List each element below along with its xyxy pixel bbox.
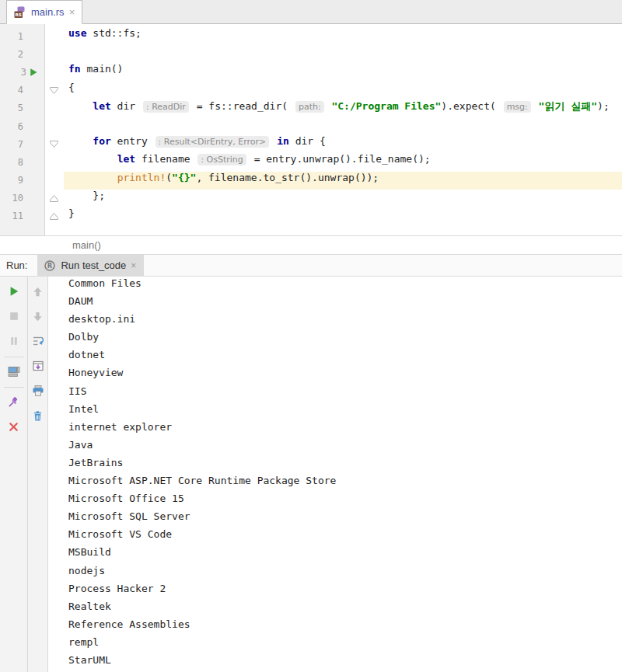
soft-wrap-button[interactable] — [29, 332, 47, 350]
run-panel-title: Run: — [0, 255, 27, 276]
console-line: Dolby — [68, 331, 622, 349]
code-line: 2 — [0, 45, 622, 63]
scroll-to-end-button[interactable] — [29, 357, 47, 375]
fold-marker-icon[interactable] — [44, 207, 64, 225]
line-number: 8 — [0, 153, 44, 171]
code-line: 4{ — [0, 82, 622, 99]
toolbar-separator — [4, 387, 24, 388]
code-text — [64, 117, 622, 135]
fold-gutter — [44, 99, 64, 117]
code-editor[interactable]: 1use std::fs;23fn main()4{5 let dir : Re… — [0, 24, 622, 235]
line-number: 11 — [0, 207, 44, 225]
run-toolbar-right — [28, 277, 48, 672]
run-toolbar-left — [0, 277, 28, 672]
arrow-down-icon — [32, 311, 44, 322]
fold-gutter — [44, 153, 64, 171]
breadcrumb-item-main[interactable]: main() — [72, 239, 101, 251]
run-tab-label: Run test_code — [61, 259, 126, 271]
toolbar-separator — [4, 357, 24, 357]
code-line: 8 let filename : OsString = entry.unwrap… — [0, 153, 622, 171]
close-button[interactable] — [5, 417, 23, 436]
code-text: { — [64, 82, 622, 99]
fold-gutter — [44, 27, 64, 45]
console-line: StarUML — [68, 654, 622, 672]
run-line-icon[interactable] — [29, 68, 38, 77]
pause-output-button — [5, 332, 23, 350]
fold-gutter — [44, 117, 64, 135]
console-line: Microsoft SQL Server — [68, 510, 622, 528]
line-number: 7 — [0, 135, 44, 153]
run-panel-header: Run: R Run test_code × — [0, 255, 622, 277]
close-run-tab-icon[interactable]: × — [131, 261, 136, 270]
pin-tab-button[interactable] — [5, 392, 23, 411]
rerun-button[interactable] — [5, 282, 23, 301]
line-number: 6 — [0, 117, 44, 135]
code-line: 7 for entry : Result<DirEntry, Error> in… — [0, 135, 622, 153]
stop-button — [5, 307, 23, 326]
code-line: 3fn main() — [0, 63, 622, 81]
code-text: fn main() — [64, 63, 622, 81]
fold-gutter — [44, 63, 64, 81]
close-tab-icon[interactable]: × — [69, 7, 75, 17]
print-button[interactable] — [29, 381, 47, 400]
trash-icon — [32, 410, 44, 422]
code-line: 11} — [0, 207, 622, 225]
cargo-icon: R — [44, 259, 56, 272]
console-line: Reference Assemblies — [68, 618, 622, 636]
console-line: Microsoft ASP.NET Core Runtime Package S… — [68, 475, 622, 493]
console-line: Microsoft Office 15 — [68, 493, 622, 510]
console-line: internet explorer — [68, 421, 622, 439]
svg-text:RS: RS — [16, 12, 22, 17]
run-icon — [9, 286, 19, 297]
tab-label: main.rs — [31, 6, 65, 18]
fold-marker-icon[interactable] — [44, 190, 64, 207]
editor-tab-bar: RS main.rs × — [0, 0, 622, 24]
tab-main-rs[interactable]: RS main.rs × — [6, 0, 82, 24]
console-line: nodejs — [68, 565, 622, 583]
console-line: Java — [68, 439, 622, 457]
scroll-end-icon — [32, 360, 44, 372]
close-icon — [8, 421, 19, 433]
line-number: 4 — [0, 82, 44, 99]
fold-marker-icon[interactable] — [44, 82, 64, 99]
restore-layout-button[interactable] — [5, 362, 23, 381]
next-occurrence-button — [29, 307, 47, 326]
pin-icon — [8, 396, 19, 408]
console-line: DAUM — [68, 295, 622, 313]
code-text: let dir : ReadDir = fs::read_dir( path: … — [64, 99, 622, 117]
run-console-output[interactable]: Common FilesDAUMdesktop.iniDolbydotnetHo… — [48, 277, 622, 672]
line-number: 10 — [0, 190, 44, 207]
console-line: JetBrains — [68, 457, 622, 475]
console-line: Process Hacker 2 — [68, 583, 622, 601]
soft-wrap-icon — [32, 335, 44, 347]
line-number: 2 — [0, 45, 44, 63]
code-text: }; — [64, 190, 622, 207]
run-panel-body: Common FilesDAUMdesktop.iniDolbydotnetHo… — [0, 277, 622, 672]
monitor-icon — [8, 365, 20, 378]
console-line: Realtek — [68, 601, 622, 618]
line-number: 9 — [0, 172, 44, 190]
line-number: 1 — [0, 27, 44, 45]
code-text: println!("{}", filename.to_str().unwrap(… — [64, 172, 622, 190]
console-line: IIS — [68, 385, 622, 403]
run-toolbar — [0, 277, 48, 672]
console-line: Honeyview — [68, 367, 622, 385]
fold-marker-icon[interactable] — [44, 135, 64, 153]
line-number: 3 — [0, 63, 44, 81]
prev-occurrence-button — [29, 282, 47, 301]
clear-all-button[interactable] — [29, 406, 47, 425]
console-line: Common Files — [68, 277, 622, 295]
line-number: 5 — [0, 99, 44, 117]
console-line: MSBuild — [68, 546, 622, 564]
stop-icon — [9, 311, 19, 322]
run-tab-test-code[interactable]: R Run test_code × — [37, 255, 144, 276]
breadcrumb: main() — [0, 235, 622, 255]
code-text: let filename : OsString = entry.unwrap()… — [64, 153, 622, 171]
pause-icon — [9, 336, 19, 346]
console-line: dotnet — [68, 349, 622, 367]
console-line: rempl — [68, 636, 622, 654]
code-line: 1use std::fs; — [0, 27, 622, 45]
code-text — [64, 45, 622, 63]
code-text: } — [64, 207, 622, 225]
svg-text:R: R — [47, 262, 53, 270]
